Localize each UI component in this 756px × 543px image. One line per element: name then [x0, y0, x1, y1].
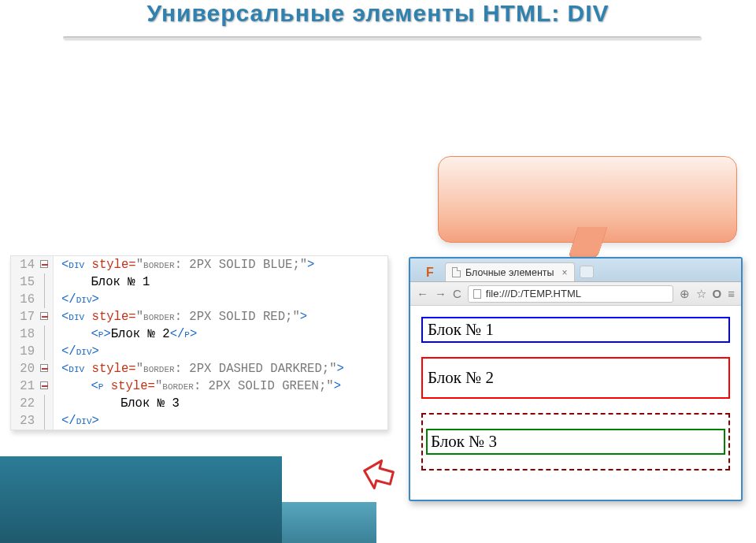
browser-window: F Блочные элементы × ← → C file:///D:/TE… [409, 257, 743, 501]
line-gutter: 14 15 16 17 18 19 20 21 22 23 [11, 256, 38, 430]
line-number: 23 [14, 412, 35, 430]
fold-minus-icon[interactable] [40, 381, 48, 389]
new-tab-button[interactable] [580, 266, 594, 278]
star-icon[interactable]: ☆ [696, 287, 706, 301]
code-editor: 14 15 16 17 18 19 20 21 22 23 <div style… [10, 255, 388, 430]
block-3-outer: Блок № 3 [421, 413, 730, 470]
tab-title: Блочные элементы [465, 267, 554, 278]
forward-icon[interactable]: → [435, 287, 447, 300]
browser-logo-icon: F [415, 264, 445, 281]
fold-minus-icon[interactable] [40, 312, 48, 320]
opera-icon[interactable]: O [713, 287, 722, 300]
line-number: 20 [14, 360, 35, 377]
line-number: 14 [14, 256, 35, 273]
browser-tab[interactable]: Блочные элементы × [445, 262, 575, 281]
tabbar: F Блочные элементы × [410, 258, 741, 282]
url-bar[interactable]: file:///D:/TEMP.HTML [468, 285, 673, 303]
decor-shape-2 [282, 502, 376, 543]
close-icon[interactable]: × [562, 267, 568, 278]
menu-icon[interactable]: ≡ [728, 287, 735, 300]
line-number: 17 [14, 308, 35, 325]
block-2: Блок № 2 [421, 357, 730, 399]
line-number: 19 [14, 343, 35, 360]
line-number: 15 [14, 273, 35, 291]
block-3: Блок № 3 [426, 429, 725, 455]
page-title: Универсальные элементы HTML: DIV [0, 0, 756, 27]
code-body[interactable]: <div style="border: 2PX SOLID BLUE;"> Бл… [54, 256, 387, 430]
block-1: Блок № 1 [421, 317, 730, 343]
back-icon[interactable]: ← [417, 287, 428, 300]
zoom-icon[interactable]: ⊕ [680, 287, 690, 301]
fold-minus-icon[interactable] [40, 260, 48, 268]
fold-minus-icon[interactable] [40, 364, 48, 372]
reload-icon[interactable]: C [453, 287, 461, 300]
line-number: 21 [14, 377, 35, 395]
title-divider [63, 36, 701, 39]
line-number: 22 [14, 395, 35, 412]
document-icon [473, 289, 481, 299]
callout-bubble [438, 156, 737, 243]
fold-gutter [38, 256, 54, 430]
document-icon [452, 267, 461, 277]
line-number: 16 [14, 291, 35, 308]
decor-shape-1 [0, 456, 282, 543]
browser-viewport: Блок № 1 Блок № 2 Блок № 3 [410, 306, 741, 482]
line-number: 18 [14, 325, 35, 343]
browser-toolbar: ← → C file:///D:/TEMP.HTML ⊕ ☆ O ≡ [410, 282, 741, 306]
arrow-icon [361, 457, 395, 492]
url-text: file:///D:/TEMP.HTML [486, 288, 581, 299]
